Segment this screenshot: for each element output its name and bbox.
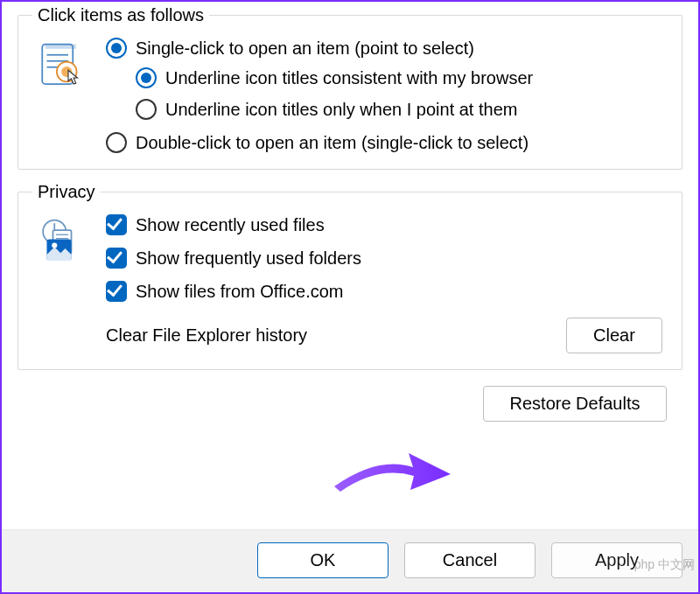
checkbox-icon bbox=[106, 248, 127, 269]
show-recent-label: Show recently used files bbox=[136, 215, 325, 235]
underline-browser-label: Underline icon titles consistent with my… bbox=[165, 68, 533, 88]
show-frequent-label: Show frequently used folders bbox=[136, 248, 361, 269]
single-click-option[interactable]: Single-click to open an item (point to s… bbox=[106, 38, 666, 59]
annotation-arrow-icon bbox=[330, 443, 452, 499]
cancel-button[interactable]: Cancel bbox=[404, 542, 536, 578]
underline-browser-option[interactable]: Underline icon titles consistent with my… bbox=[136, 67, 666, 88]
dialog-body: Click items as follows Single-click to bbox=[2, 2, 698, 444]
svg-point-14 bbox=[52, 242, 57, 248]
show-office-option[interactable]: Show files from Office.com bbox=[106, 281, 666, 302]
radio-icon bbox=[106, 132, 127, 153]
show-frequent-option[interactable]: Show frequently used folders bbox=[106, 248, 666, 269]
show-office-label: Show files from Office.com bbox=[136, 282, 343, 302]
checkbox-icon bbox=[106, 214, 127, 235]
click-group-content: Single-click to open an item (point to s… bbox=[34, 38, 666, 153]
clear-history-row: Clear File Explorer history Clear bbox=[106, 314, 666, 353]
apply-button[interactable]: Apply bbox=[551, 542, 682, 578]
radio-icon bbox=[136, 99, 157, 120]
click-items-group: Click items as follows Single-click to bbox=[18, 5, 682, 170]
radio-icon bbox=[136, 67, 157, 88]
privacy-group: Privacy Show recently used bbox=[18, 182, 682, 370]
double-click-option[interactable]: Double-click to open an item (single-cli… bbox=[106, 132, 666, 153]
click-options: Single-click to open an item (point to s… bbox=[106, 38, 666, 153]
privacy-icon bbox=[34, 218, 90, 274]
privacy-options: Show recently used files Show frequently… bbox=[106, 214, 666, 353]
checkbox-icon bbox=[106, 281, 127, 302]
underline-point-label: Underline icon titles only when I point … bbox=[165, 100, 517, 120]
single-click-label: Single-click to open an item (point to s… bbox=[136, 38, 474, 59]
dialog-footer: OK Cancel Apply bbox=[2, 529, 698, 592]
privacy-group-content: Show recently used files Show frequently… bbox=[34, 214, 666, 353]
clear-button[interactable]: Clear bbox=[566, 318, 662, 353]
clear-history-label: Clear File Explorer history bbox=[106, 325, 307, 346]
underline-point-option[interactable]: Underline icon titles only when I point … bbox=[136, 99, 666, 120]
underline-suboptions: Underline icon titles consistent with my… bbox=[106, 67, 666, 120]
double-click-label: Double-click to open an item (single-cli… bbox=[136, 133, 528, 153]
restore-row: Restore Defaults bbox=[18, 382, 682, 436]
radio-icon bbox=[106, 38, 127, 59]
click-items-icon bbox=[34, 41, 90, 97]
restore-defaults-button[interactable]: Restore Defaults bbox=[483, 386, 667, 422]
show-recent-option[interactable]: Show recently used files bbox=[106, 214, 666, 235]
svg-rect-1 bbox=[46, 45, 76, 49]
privacy-legend: Privacy bbox=[32, 182, 101, 202]
ok-button[interactable]: OK bbox=[257, 542, 388, 578]
click-items-legend: Click items as follows bbox=[32, 5, 209, 25]
